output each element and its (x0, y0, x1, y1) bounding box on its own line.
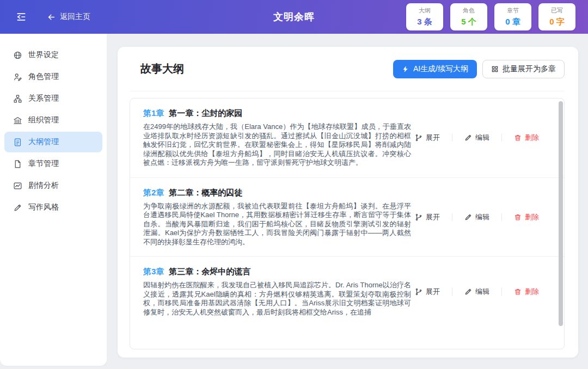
sidebar-item-label: 角色管理 (28, 72, 59, 82)
edit-pen-icon (464, 288, 472, 296)
branch-icon (415, 134, 422, 142)
delete-button[interactable]: 删除 (514, 133, 539, 143)
outline-icon (13, 138, 22, 147)
main-area: 故事大纲 AI生成/续写大纲 批量展开为多章 (107, 34, 588, 369)
ai-generate-button[interactable]: AI生成/续写大纲 (393, 60, 477, 78)
chapter-summary: 因辐射灼伤在医院醒来，我发现自己被植入移民局追踪芯片。Dr. Aris Thor… (143, 281, 411, 317)
delete-button[interactable]: 删除 (514, 287, 539, 297)
expand-button[interactable]: 展开 (415, 212, 440, 222)
lightning-icon (402, 65, 409, 73)
chapter-row: 第3章 第三章：余烬中的谎言 因辐射灼伤在医院醒来，我发现自己被植入移民局追踪芯… (130, 256, 564, 327)
organization-icon (13, 116, 22, 125)
sidebar-item-character[interactable]: 角色管理 (4, 66, 102, 87)
stat-value: 0 字 (549, 17, 565, 27)
sidebar-item-label: 剧情分析 (28, 181, 59, 190)
page-title: 故事大纲 (140, 61, 184, 76)
sidebar-item-label: 关系管理 (28, 94, 59, 103)
chapter-row: 第1章 第一章：尘封的家园 在2499年的地球残存大陆，我（Elara Vanc… (130, 99, 564, 177)
chapter-summary: 为争取南极绿洲的水源配额，我被迫代表联盟前往【泰坦方舟船坞】谈判。在悬浮平台遭遇… (143, 202, 411, 247)
menu-fold-icon[interactable] (15, 11, 27, 23)
sidebar-item-relations[interactable]: 关系管理 (4, 88, 102, 109)
stat-card: 章节 0 章 (494, 3, 531, 30)
sidebar-item-label: 章节管理 (28, 159, 59, 169)
globe-icon (13, 51, 22, 60)
chapter-title: 第二章：概率的囚徒 (169, 188, 242, 198)
trash-icon (514, 213, 522, 221)
relations-icon (13, 94, 22, 103)
branch-icon (415, 288, 422, 296)
stat-card: 大纲 3 条 (406, 3, 443, 30)
character-icon (13, 72, 22, 82)
edit-pen-icon (464, 134, 472, 142)
expand-button[interactable]: 展开 (415, 287, 440, 297)
back-home-label: 返回主页 (60, 12, 90, 22)
analysis-icon (13, 181, 22, 190)
chapter-title: 第一章：尘封的家园 (169, 108, 242, 119)
chapter-number-badge: 第2章 (143, 188, 164, 198)
app-header: 返回主页 文明余晖 大纲 3 条 角色 5 个 章节 0 章 已写 0 字 (0, 0, 588, 34)
stat-value: 5 个 (461, 17, 476, 27)
trash-icon (514, 134, 522, 142)
branch-icon (415, 213, 422, 221)
chapter-icon (13, 159, 22, 169)
edit-button[interactable]: 编辑 (464, 287, 489, 297)
scrollbar-thumb[interactable] (559, 101, 563, 326)
stat-label: 角色 (463, 7, 475, 15)
style-icon (13, 203, 22, 212)
outline-panel: 故事大纲 AI生成/续写大纲 批量展开为多章 (118, 47, 578, 358)
chapter-title: 第三章：余烬中的谎言 (169, 267, 250, 277)
sidebar-item-label: 写作风格 (28, 202, 59, 212)
stat-card: 角色 5 个 (450, 3, 487, 30)
grid-icon (491, 65, 499, 73)
expand-button[interactable]: 展开 (415, 133, 440, 143)
chapter-row: 第2章 第二章：概率的囚徒 为争取南极绿洲的水源配额，我被迫代表联盟前往【泰坦方… (130, 177, 564, 257)
stat-value: 3 条 (417, 17, 432, 27)
delete-button[interactable]: 删除 (514, 212, 539, 222)
stat-label: 章节 (507, 7, 519, 15)
sidebar-item-style[interactable]: 写作风格 (4, 197, 102, 218)
sidebar-item-organization[interactable]: 组织管理 (4, 110, 102, 131)
sidebar-item-outline[interactable]: 大纲管理 (4, 132, 102, 152)
stats-group: 大纲 3 条 角色 5 个 章节 0 章 已写 0 字 (406, 3, 575, 30)
batch-expand-button[interactable]: 批量展开为多章 (482, 60, 565, 78)
back-arrow-icon (47, 13, 56, 22)
sidebar-item-analysis[interactable]: 剧情分析 (4, 175, 102, 196)
chapter-summary: 在2499年的地球残存大陆，我（Elara Vance）作为【地球存续联盟】成员… (143, 122, 411, 168)
sidebar-item-chapter[interactable]: 章节管理 (4, 153, 102, 174)
chapter-list: 第1章 第一章：尘封的家园 在2499年的地球残存大陆，我（Elara Vanc… (130, 98, 565, 349)
sidebar-item-label: 大纲管理 (28, 137, 59, 147)
edit-button[interactable]: 编辑 (464, 133, 489, 143)
chapter-number-badge: 第3章 (143, 267, 164, 277)
stat-card: 已写 0 字 (538, 3, 575, 30)
edit-button[interactable]: 编辑 (464, 212, 489, 222)
sidebar-item-label: 组织管理 (28, 115, 59, 125)
chapter-number-badge: 第1章 (143, 108, 164, 119)
stat-value: 0 章 (505, 17, 520, 27)
back-home-button[interactable]: 返回主页 (47, 12, 90, 22)
stat-label: 大纲 (419, 7, 431, 15)
scrollbar[interactable] (559, 100, 563, 347)
sidebar: 世界设定 角色管理 关系管理 组织管理 大纲管理 章节管理 剧情分析 写作风格 (0, 34, 107, 366)
sidebar-item-globe[interactable]: 世界设定 (4, 45, 102, 65)
trash-icon (514, 288, 522, 296)
sidebar-item-label: 世界设定 (28, 50, 59, 60)
stat-label: 已写 (551, 7, 563, 15)
edit-pen-icon (464, 213, 472, 221)
project-title: 文明余晖 (273, 10, 315, 23)
